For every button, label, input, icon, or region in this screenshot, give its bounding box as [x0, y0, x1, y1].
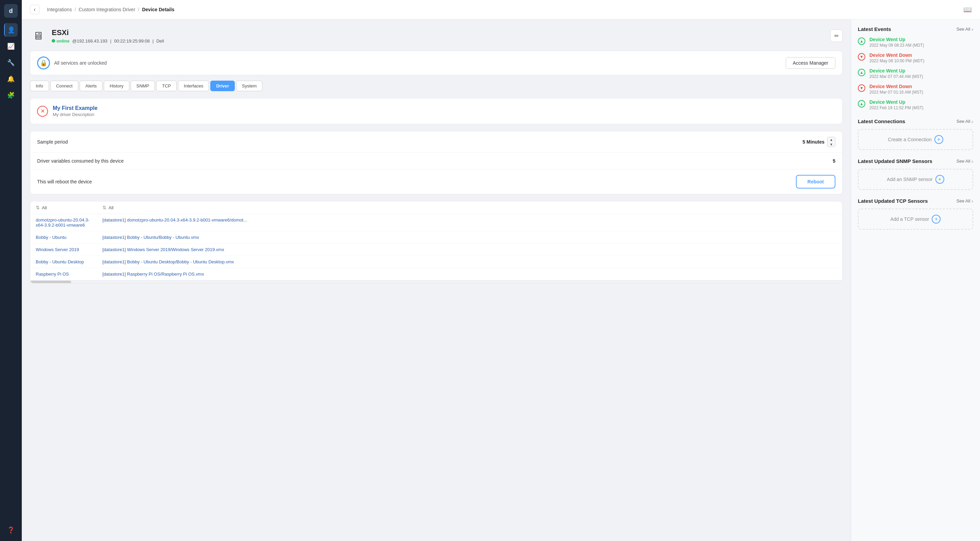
driver-card-header: ✕ My First Example My driver Description	[37, 105, 835, 117]
tab-snmp[interactable]: SNMP	[130, 81, 155, 91]
back-button[interactable]: ‹	[30, 5, 40, 14]
sample-period-label: Sample period	[37, 139, 68, 145]
tab-connect[interactable]: Connect	[50, 81, 78, 91]
table-row: domotzpro-ubuntu-20.04.3-x64-3.9.2-b001-…	[30, 214, 842, 231]
add-snmp-label: Add an SNMP sensor	[887, 177, 932, 182]
create-connection-button[interactable]: Create a Connection +	[858, 129, 973, 150]
event-up-icon: ▲	[858, 37, 865, 45]
add-snmp-button[interactable]: Add an SNMP sensor +	[858, 169, 973, 190]
sidebar-item-notifications[interactable]: 🔔	[4, 72, 18, 86]
tabs: Info Connect Alerts History SNMP TCP Int…	[30, 81, 843, 91]
right-panel: Latest Events See All › ▲ Device Went Up…	[851, 19, 980, 541]
reboot-button[interactable]: Reboot	[796, 175, 835, 188]
event-time: 2022 May 09 08:23 AM (MDT)	[869, 43, 924, 48]
event-item: ▲ Device Went Up 2022 Mar 07 07:44 AM (M…	[858, 68, 973, 79]
latest-connections-section: Latest Connections See All › Create a Co…	[858, 118, 973, 150]
breadcrumb-device-details: Device Details	[142, 7, 174, 12]
col2-filter[interactable]: ⇅ All	[102, 205, 837, 210]
scrollbar-thumb[interactable]	[30, 281, 71, 283]
table-row: Raspberry Pi OS [datastore1] Raspberry P…	[30, 268, 842, 280]
driver-vars-value: 5	[833, 158, 835, 164]
tab-history[interactable]: History	[104, 81, 129, 91]
event-time: 2022 Mar 07 07:44 AM (MST)	[869, 74, 923, 79]
sidebar-item-analytics[interactable]: 📈	[4, 40, 18, 53]
driver-close-button[interactable]: ✕	[37, 106, 48, 117]
table-row: Windows Server 2019 [datastore1] Windows…	[30, 243, 842, 256]
breadcrumb-integrations[interactable]: Integrations	[47, 7, 72, 12]
sidebar: d 👤 📈 🔧 🔔 🧩 ❓	[0, 0, 22, 541]
add-tcp-button[interactable]: Add a TCP sensor +	[858, 208, 973, 230]
sidebar-item-tools[interactable]: 🔧	[4, 56, 18, 69]
table-row: Bobby - Ubuntu [datastore1] Bobby - Ubun…	[30, 231, 842, 243]
device-meta: online @192.168.43.193 | 00:22:19:25:99:…	[52, 38, 164, 43]
latest-tcp-see-all[interactable]: See All ›	[956, 198, 973, 204]
latest-events-header: Latest Events See All ›	[858, 26, 973, 32]
event-title: Device Went Up	[869, 68, 923, 73]
breadcrumb-custom-driver[interactable]: Custom Integrations Driver	[79, 7, 135, 12]
table-cell-col2: [datastore1] Raspberry Pi OS/Raspberry P…	[102, 272, 837, 277]
spinbox-up[interactable]: ▲	[827, 137, 835, 142]
col1-sort-icon: ⇅	[36, 205, 40, 210]
latest-connections-see-all[interactable]: See All ›	[956, 119, 973, 124]
users-icon: 👤	[8, 26, 15, 34]
settings-section: Sample period 5 Minutes ▲ ▼ Driver varia…	[30, 131, 843, 194]
sample-period-value-container: 5 Minutes ▲ ▼	[802, 137, 835, 147]
tab-tcp[interactable]: TCP	[156, 81, 177, 91]
event-item: ▼ Device Went Down 2022 Mar 07 01:16 AM …	[858, 84, 973, 95]
sample-period-row: Sample period 5 Minutes ▲ ▼	[30, 131, 842, 153]
header: ‹ Integrations / Custom Integrations Dri…	[22, 0, 980, 19]
access-text: All services are unlocked	[54, 60, 107, 66]
content-area: 🖥 ESXi online @192.168.43.193 | 00:22:19…	[22, 19, 980, 541]
see-all-arrow-icon: ›	[972, 159, 973, 164]
driver-description: My driver Description	[53, 112, 98, 117]
tab-alerts[interactable]: Alerts	[80, 81, 102, 91]
device-name: ESXi	[52, 28, 164, 37]
see-all-arrow-icon: ›	[972, 27, 973, 32]
spinbox-down[interactable]: ▼	[827, 142, 835, 146]
col1-filter[interactable]: ⇅ All	[36, 205, 97, 210]
see-all-label: See All	[956, 119, 970, 124]
driver-vars-row: Driver variables consumed by this device…	[30, 153, 842, 169]
driver-name: My First Example	[53, 105, 98, 111]
col2-sort-icon: ⇅	[102, 205, 107, 210]
event-up-icon: ▲	[858, 69, 865, 76]
latest-connections-header: Latest Connections See All ›	[858, 118, 973, 124]
event-content: Device Went Up 2022 Feb 19 11:52 PM (MST…	[869, 99, 924, 110]
table-scrollbar[interactable]	[30, 280, 842, 283]
create-connection-plus-icon: +	[934, 135, 943, 144]
tab-driver[interactable]: Driver	[210, 81, 235, 91]
event-item: ▲ Device Went Up 2022 May 09 08:23 AM (M…	[858, 37, 973, 48]
sample-period-spinbox[interactable]: ▲ ▼	[827, 137, 835, 147]
latest-events-see-all[interactable]: See All ›	[956, 27, 973, 32]
book-icon[interactable]: 📖	[963, 5, 972, 14]
device-vendor: Dell	[156, 38, 164, 43]
add-tcp-plus-icon: +	[932, 215, 940, 224]
access-manager-button[interactable]: Access Manager	[786, 57, 835, 69]
event-item: ▲ Device Went Up 2022 Feb 19 11:52 PM (M…	[858, 99, 973, 110]
latest-snmp-see-all[interactable]: See All ›	[956, 159, 973, 164]
col1-filter-label: All	[42, 205, 47, 210]
edit-device-button[interactable]: ✏	[830, 30, 843, 42]
driver-vars-label: Driver variables consumed by this device	[37, 158, 124, 164]
breadcrumb: Integrations / Custom Integrations Drive…	[47, 7, 174, 12]
tab-interfaces[interactable]: Interfaces	[178, 81, 209, 91]
event-title: Device Went Up	[869, 99, 924, 105]
create-connection-label: Create a Connection	[888, 137, 931, 142]
latest-tcp-section: Latest Updated TCP Sensors See All › Add…	[858, 198, 973, 230]
tab-info[interactable]: Info	[30, 81, 49, 91]
see-all-arrow-icon: ›	[972, 198, 973, 204]
event-content: Device Went Up 2022 Mar 07 07:44 AM (MST…	[869, 68, 923, 79]
latest-tcp-title: Latest Updated TCP Sensors	[858, 198, 928, 204]
app-logo: d	[4, 4, 18, 18]
event-time: 2022 Feb 19 11:52 PM (MST)	[869, 105, 924, 110]
support-icon: ❓	[7, 527, 14, 534]
table-cell-col1: Bobby - Ubuntu Desktop	[36, 259, 97, 264]
sidebar-item-plugins[interactable]: 🧩	[4, 89, 18, 102]
sidebar-item-users[interactable]: 👤	[4, 23, 18, 37]
device-mac: 00:22:19:25:99:08	[114, 38, 150, 43]
main-panel: 🖥 ESXi online @192.168.43.193 | 00:22:19…	[22, 19, 851, 541]
lock-icon: 🔒	[37, 56, 50, 69]
sidebar-item-support[interactable]: ❓	[4, 523, 18, 537]
col2-filter-label: All	[108, 205, 113, 210]
tab-system[interactable]: System	[236, 81, 262, 91]
